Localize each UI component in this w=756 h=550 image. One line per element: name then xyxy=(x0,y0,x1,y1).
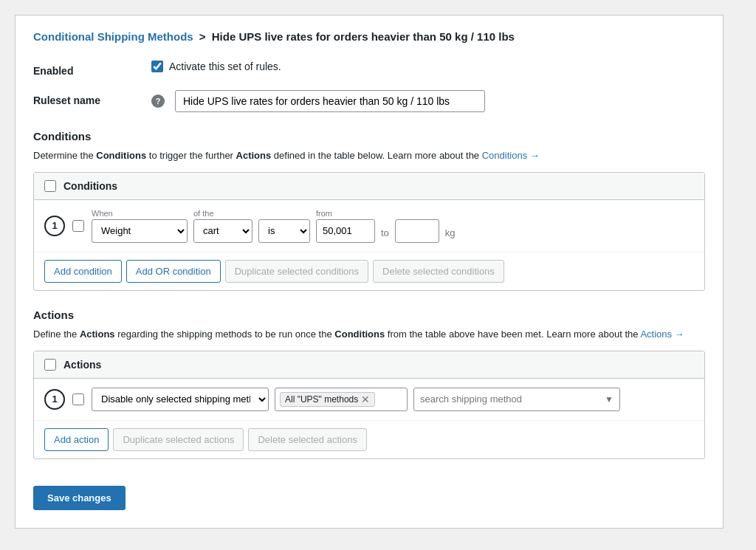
actions-action-buttons: Add action Duplicate selected actions De… xyxy=(34,421,704,459)
to-input[interactable] xyxy=(395,219,439,243)
action-row-number: 1 xyxy=(44,389,65,410)
conditions-select-all-checkbox[interactable] xyxy=(44,180,56,192)
ruleset-name-value: ? xyxy=(151,90,485,112)
desc-prefix: Determine the xyxy=(33,150,96,161)
actions-desc-actions: Actions xyxy=(80,329,115,340)
delete-actions-button: Delete selected actions xyxy=(248,428,366,452)
search-method-dropdown[interactable]: ▼ xyxy=(413,388,620,411)
condition-row-checkbox[interactable] xyxy=(72,220,84,232)
enabled-checkbox-label: Activate this set of rules. xyxy=(169,61,281,72)
page-title: Hide UPS live rates for orders heavier t… xyxy=(212,30,515,43)
conditions-title: Conditions xyxy=(33,130,705,142)
conditions-link[interactable]: Conditions → xyxy=(482,150,540,161)
of-the-group: of the cart xyxy=(193,209,252,243)
ups-tag-remove[interactable]: ✕ xyxy=(361,394,370,405)
ruleset-name-label: Ruleset name xyxy=(33,90,151,106)
add-condition-button[interactable]: Add condition xyxy=(44,260,122,283)
desc-suffix: defined in the table below. Learn more a… xyxy=(271,150,481,161)
from-input[interactable] xyxy=(316,219,375,243)
enabled-label: Enabled xyxy=(33,61,151,77)
actions-title: Actions xyxy=(33,309,705,321)
add-or-condition-button[interactable]: Add OR condition xyxy=(126,260,221,283)
help-icon[interactable]: ? xyxy=(151,94,165,108)
tag-container[interactable]: All "UPS" methods ✕ xyxy=(275,388,408,411)
breadcrumb: Conditional Shipping Methods > Hide UPS … xyxy=(33,30,705,43)
of-the-label: of the xyxy=(193,209,252,218)
enabled-value: Activate this set of rules. xyxy=(151,61,281,72)
desc-actions: Actions xyxy=(236,150,272,161)
conditions-table-header-label: Conditions xyxy=(63,180,117,192)
action-type-select[interactable]: Disable only selected shipping methods xyxy=(92,388,269,411)
actions-section: Actions Define the Actions regarding the… xyxy=(33,309,705,459)
to-group: x xyxy=(395,209,439,243)
conditions-action-buttons: Add condition Add OR condition Duplicate… xyxy=(34,252,704,291)
ruleset-name-field-row: Ruleset name ? xyxy=(33,90,705,112)
action-row-1: 1 Disable only selected shipping methods… xyxy=(34,379,704,421)
save-changes-button[interactable]: Save changes xyxy=(33,486,126,510)
of-the-select[interactable]: cart xyxy=(193,219,252,243)
is-group: x is xyxy=(258,209,310,243)
breadcrumb-separator: > xyxy=(199,30,206,43)
actions-desc-conditions: Conditions xyxy=(334,329,385,340)
actions-desc-suffix: from the table above have been met. Lear… xyxy=(385,329,640,340)
action-row-checkbox[interactable] xyxy=(72,393,84,405)
conditions-table: Conditions 1 When Weight of the cart xyxy=(33,172,705,292)
actions-table-header: Actions xyxy=(34,351,704,379)
is-select[interactable]: is xyxy=(258,219,310,243)
duplicate-actions-button: Duplicate selected actions xyxy=(113,428,244,452)
conditions-table-header: Conditions xyxy=(34,173,704,200)
condition-row-1: 1 When Weight of the cart xyxy=(34,200,704,252)
action-row-fields: Disable only selected shipping methods A… xyxy=(92,388,694,411)
from-label: from xyxy=(316,209,375,218)
condition-fields: When Weight of the cart x xyxy=(92,209,694,243)
dropdown-arrow-icon: ▼ xyxy=(605,394,614,405)
when-label: When xyxy=(92,209,188,218)
actions-table-header-label: Actions xyxy=(63,359,101,371)
actions-description: Define the Actions regarding the shippin… xyxy=(33,327,705,342)
actions-select-all-checkbox[interactable] xyxy=(44,359,56,371)
enabled-field-row: Enabled Activate this set of rules. xyxy=(33,61,705,77)
when-group: When Weight xyxy=(92,209,188,243)
conditions-description: Determine the Conditions to trigger the … xyxy=(33,148,705,163)
from-group: from xyxy=(316,209,375,243)
breadcrumb-link[interactable]: Conditional Shipping Methods xyxy=(33,30,193,43)
enabled-checkbox[interactable] xyxy=(151,61,163,72)
desc-conditions: Conditions xyxy=(96,150,146,161)
actions-table: Actions 1 Disable only selected shipping… xyxy=(33,351,705,460)
when-select[interactable]: Weight xyxy=(92,219,188,243)
delete-conditions-button: Delete selected conditions xyxy=(373,260,504,283)
condition-row-number: 1 xyxy=(44,216,65,236)
ruleset-name-input[interactable] xyxy=(175,90,485,112)
conditions-section: Conditions Determine the Conditions to t… xyxy=(33,130,705,291)
actions-link[interactable]: Actions → xyxy=(640,329,684,340)
ups-tag-label: All "UPS" methods xyxy=(285,394,358,405)
add-action-button[interactable]: Add action xyxy=(44,428,109,452)
actions-desc-prefix: Define the xyxy=(33,329,80,340)
to-label: to xyxy=(381,227,389,243)
actions-desc-middle: regarding the shipping methods to be run… xyxy=(115,329,335,340)
desc-middle: to trigger the further xyxy=(146,150,236,161)
search-method-input[interactable] xyxy=(420,393,602,405)
unit-label: kg xyxy=(445,227,456,243)
duplicate-conditions-button: Duplicate selected conditions xyxy=(225,260,368,283)
ups-tag: All "UPS" methods ✕ xyxy=(280,392,375,407)
